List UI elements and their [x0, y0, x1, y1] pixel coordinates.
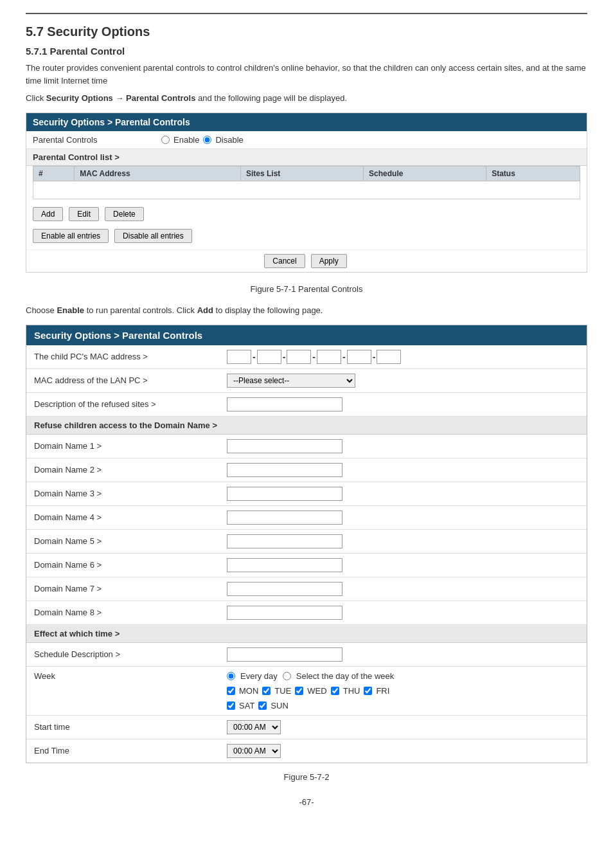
refuse-header: Refuse children access to the Domain Nam…	[26, 417, 587, 435]
enable-disable-group: Enable Disable	[161, 135, 580, 145]
start-time-row: Start time 00:00 AM	[26, 716, 587, 739]
sun-checkbox[interactable]	[258, 701, 267, 710]
description-value	[227, 397, 579, 411]
select-day-label[interactable]: Select the day of the week	[296, 671, 394, 681]
mac-fields: - - - - -	[227, 350, 579, 364]
enable-all-button[interactable]: Enable all entries	[33, 229, 109, 243]
disable-label[interactable]: Disable	[215, 135, 243, 145]
domain-name-7-value	[227, 582, 579, 596]
domain-name-5-row: Domain Name 5 >	[26, 530, 587, 554]
domain-name-8-value	[227, 606, 579, 620]
panel1: Security Options > Parental Controls Par…	[26, 113, 587, 273]
mon-label: MON	[239, 686, 258, 696]
mac-field-1[interactable]	[227, 350, 251, 364]
panel2-header: Security Options > Parental Controls	[26, 325, 587, 345]
schedule-desc-input[interactable]	[227, 647, 342, 662]
mac-sep-1: -	[253, 352, 256, 362]
apply-button[interactable]: Apply	[311, 254, 347, 268]
domain-name-1-input[interactable]	[227, 439, 342, 453]
add-button[interactable]: Add	[33, 207, 63, 221]
parental-control-table: # MAC Address Sites List Schedule Status	[33, 166, 580, 199]
week-row: Week Every day Select the day of the wee…	[26, 667, 587, 716]
table-empty-row	[33, 181, 580, 199]
disable-radio[interactable]	[203, 136, 211, 144]
action-row-2: Enable all entries Disable all entries	[26, 225, 587, 247]
mac-field-6[interactable]	[377, 350, 401, 364]
domain-name-1-row: Domain Name 1 >	[26, 435, 587, 458]
wed-checkbox[interactable]	[295, 687, 303, 695]
lan-pc-select[interactable]: --Please select--	[227, 374, 355, 388]
choose-add-bold: Add	[197, 305, 213, 315]
mac-sep-2: -	[283, 352, 286, 362]
domain-name-5-value	[227, 534, 579, 548]
select-day-radio[interactable]	[283, 672, 291, 680]
domain-name-6-label: Domain Name 6 >	[34, 560, 227, 570]
sat-label: SAT	[239, 701, 254, 710]
domain-name-4-input[interactable]	[227, 511, 342, 525]
mac-address-value: - - - - -	[227, 350, 579, 364]
lan-pc-row: MAC address of the LAN PC > --Please sel…	[26, 369, 587, 393]
panel1-header: Security Options > Parental Controls	[26, 113, 587, 131]
sat-checkbox[interactable]	[227, 701, 235, 710]
domain-name-7-input[interactable]	[227, 582, 342, 596]
description-input[interactable]	[227, 397, 342, 411]
domain-name-5-input[interactable]	[227, 534, 342, 548]
col-status: Status	[486, 166, 580, 181]
tue-label: TUE	[274, 686, 291, 696]
fri-checkbox[interactable]	[364, 687, 372, 695]
subsection-title: 5.7.1 Parental Control	[26, 46, 587, 57]
domain-name-4-row: Domain Name 4 >	[26, 506, 587, 530]
mac-field-5[interactable]	[347, 350, 371, 364]
mac-field-4[interactable]	[317, 350, 341, 364]
nav-bold1: Security Options	[46, 93, 113, 103]
end-time-label: End Time	[34, 746, 227, 755]
mac-address-label: The child PC's MAC address >	[34, 352, 227, 361]
end-time-select[interactable]: 00:00 AM	[227, 744, 281, 758]
week-value: Every day Select the day of the week MON…	[227, 671, 579, 710]
domain-name-5-label: Domain Name 5 >	[34, 536, 227, 546]
start-time-select[interactable]: 00:00 AM	[227, 720, 281, 734]
domain-name-1-value	[227, 439, 579, 453]
domain-name-8-input[interactable]	[227, 606, 342, 620]
mon-checkbox[interactable]	[227, 687, 235, 695]
description-row: Description of the refused sites >	[26, 393, 587, 417]
domain-name-3-input[interactable]	[227, 487, 342, 501]
cancel-button[interactable]: Cancel	[264, 254, 305, 268]
domain-name-6-input[interactable]	[227, 558, 342, 572]
section-title: 5.7 Security Options	[26, 24, 587, 39]
thu-label: THU	[343, 686, 360, 696]
mac-sep-4: -	[342, 352, 346, 362]
figure2-caption: Figure 5-7-2	[26, 771, 587, 784]
enable-label[interactable]: Enable	[173, 135, 199, 145]
delete-button[interactable]: Delete	[105, 207, 144, 221]
every-day-label[interactable]: Every day	[240, 671, 278, 681]
domain-name-3-row: Domain Name 3 >	[26, 482, 587, 506]
domain-name-4-value	[227, 511, 579, 525]
schedule-desc-label: Schedule Description >	[34, 649, 227, 659]
disable-all-button[interactable]: Disable all entries	[114, 229, 192, 243]
domain-name-8-label: Domain Name 8 >	[34, 608, 227, 617]
every-day-radio[interactable]	[227, 672, 235, 680]
click-instruction: Click Security Options > Parental Contro…	[26, 92, 587, 105]
thu-checkbox[interactable]	[331, 687, 339, 695]
domain-name-3-label: Domain Name 3 >	[34, 489, 227, 498]
domain-name-8-row: Domain Name 8 >	[26, 601, 587, 625]
domain-name-4-label: Domain Name 4 >	[34, 512, 227, 522]
enable-radio[interactable]	[161, 136, 170, 144]
description-label: Description of the refused sites >	[34, 399, 227, 409]
day-checkbox-group-2: SAT SUN	[227, 701, 579, 710]
mac-sep-3: -	[312, 352, 315, 362]
choose-instruction: Choose Enable to run parental controls. …	[26, 304, 587, 317]
top-divider	[26, 13, 587, 14]
end-time-row: End Time 00:00 AM	[26, 739, 587, 763]
domain-name-2-value	[227, 463, 579, 477]
domain-name-1-label: Domain Name 1 >	[34, 441, 227, 451]
col-mac: MAC Address	[75, 166, 241, 181]
edit-button[interactable]: Edit	[69, 207, 99, 221]
tue-checkbox[interactable]	[262, 687, 271, 695]
mac-field-3[interactable]	[287, 350, 311, 364]
domain-name-2-input[interactable]	[227, 463, 342, 477]
mac-field-2[interactable]	[257, 350, 281, 364]
start-time-value: 00:00 AM	[227, 720, 579, 734]
domain-name-2-label: Domain Name 2 >	[34, 465, 227, 475]
